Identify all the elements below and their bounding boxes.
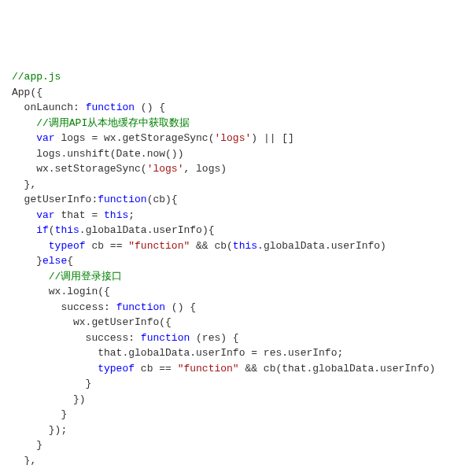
- token-comment: //调用登录接口: [49, 271, 123, 282]
- code-line: wx.setStorageSync('logs', logs): [12, 161, 464, 177]
- token-keyword: function: [116, 301, 165, 313]
- token-string: "function": [178, 363, 239, 375]
- token-keyword: function: [86, 101, 135, 113]
- token-plain: () {: [135, 101, 165, 113]
- token-plain: App({: [12, 87, 42, 98]
- code-line: typeof cb == "function" && cb(that.globa…: [12, 361, 464, 377]
- token-keyword: this: [104, 209, 128, 221]
- code-line: }: [12, 376, 464, 392]
- token-keyword: else: [42, 255, 67, 267]
- code-line: }): [12, 392, 464, 408]
- token-keyword: typeof: [98, 363, 135, 375]
- token-plain: (: [49, 224, 55, 236]
- code-line: onLaunch: function () {: [12, 100, 464, 116]
- code-line: wx.getUserInfo({: [12, 315, 464, 330]
- token-keyword: this: [233, 240, 257, 252]
- code-line: });: [12, 423, 464, 438]
- token-keyword: var: [36, 209, 54, 221]
- token-plain: that =: [55, 209, 104, 221]
- token-plain: success:: [12, 301, 116, 313]
- code-line: }: [12, 437, 464, 453]
- code-line: success: function () {: [12, 300, 464, 316]
- token-plain: [12, 240, 49, 252]
- token-comment: //调用API从本地缓存中获取数据: [36, 117, 190, 129]
- code-line: },: [12, 453, 464, 466]
- token-plain: });: [12, 424, 67, 436]
- token-plain: getUserInfo:: [12, 194, 98, 205]
- code-line: },: [12, 177, 464, 193]
- token-string: "function": [128, 240, 190, 252]
- code-line: //调用API从本地缓存中获取数据: [12, 116, 464, 131]
- code-line: if(this.globalData.userInfo){: [12, 223, 464, 238]
- token-plain: wx.setStorageSync(: [12, 163, 147, 175]
- token-plain: [12, 132, 36, 144]
- code-line: logs.unshift(Date.now()): [12, 146, 464, 162]
- token-keyword: this: [55, 224, 79, 236]
- code-line: }: [12, 407, 464, 423]
- token-plain: .globalData.userInfo): [257, 240, 386, 252]
- token-plain: wx.login({: [12, 286, 110, 297]
- code-line: }else{: [12, 253, 464, 269]
- token-keyword: if: [36, 224, 49, 236]
- code-line: that.globalData.userInfo = res.userInfo;: [12, 345, 464, 361]
- token-plain: cb ==: [135, 363, 178, 375]
- token-keyword: function: [98, 194, 146, 205]
- token-plain: onLaunch:: [12, 101, 86, 113]
- token-keyword: typeof: [49, 240, 86, 252]
- token-plain: }: [12, 439, 42, 451]
- token-plain: }: [12, 255, 42, 267]
- code-line: var logs = wx.getStorageSync('logs') || …: [12, 131, 464, 146]
- code-line: getUserInfo:function(cb){: [12, 192, 464, 208]
- token-plain: ) || []: [251, 132, 294, 144]
- token-plain: logs = wx.getStorageSync(: [55, 132, 215, 144]
- token-plain: success:: [12, 332, 141, 344]
- code-line: App({: [12, 85, 464, 101]
- token-plain: wx.getUserInfo({: [12, 316, 172, 328]
- token-plain: () {: [165, 301, 196, 313]
- token-keyword: var: [36, 132, 54, 144]
- token-plain: (res) {: [190, 332, 238, 344]
- token-comment: //app.js: [12, 71, 61, 83]
- token-plain: [12, 117, 36, 129]
- token-plain: && cb(that.globalData.userInfo): [239, 363, 436, 375]
- code-line: wx.login({: [12, 284, 464, 300]
- token-plain: },: [12, 455, 36, 466]
- token-plain: }: [12, 408, 67, 420]
- token-plain: cb ==: [86, 240, 129, 252]
- token-plain: ;: [128, 209, 135, 221]
- code-line: typeof cb == "function" && cb(this.globa…: [12, 238, 464, 254]
- token-plain: .globalData.userInfo){: [79, 224, 215, 236]
- token-plain: [12, 209, 36, 221]
- token-plain: },: [12, 179, 36, 190]
- token-plain: that.globalData.userInfo = res.userInfo;: [12, 347, 343, 359]
- token-plain: }): [12, 393, 86, 405]
- token-string: 'logs': [214, 132, 251, 144]
- token-plain: [12, 271, 49, 282]
- token-plain: [12, 224, 36, 236]
- token-plain: (cb){: [147, 194, 178, 205]
- code-line: var that = this;: [12, 208, 464, 223]
- token-plain: [12, 363, 98, 375]
- token-plain: , logs): [183, 163, 227, 175]
- token-string: 'logs': [147, 163, 184, 175]
- token-plain: }: [12, 378, 91, 389]
- code-line: //调用登录接口: [12, 269, 464, 285]
- token-plain: {: [67, 255, 73, 267]
- token-plain: && cb(: [190, 240, 233, 252]
- code-line: //app.js: [12, 69, 464, 85]
- token-keyword: function: [141, 332, 190, 344]
- code-line: success: function (res) {: [12, 330, 464, 346]
- token-plain: logs.unshift(Date.now()): [12, 148, 183, 160]
- code-block: //app.jsApp({ onLaunch: function () { //…: [12, 69, 464, 465]
